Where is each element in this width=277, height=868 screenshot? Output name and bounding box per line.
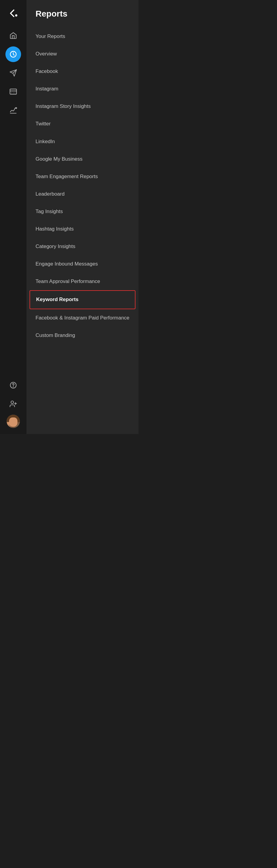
sidebar-item-inbox[interactable] — [5, 84, 21, 99]
nav-item-facebook-instagram-paid-performance[interactable]: Facebook & Instagram Paid Performance — [27, 309, 139, 327]
svg-rect-2 — [10, 89, 16, 94]
icon-sidebar — [0, 0, 27, 434]
nav-item-leaderboard[interactable]: Leaderboard — [27, 185, 139, 203]
svg-point-6 — [11, 401, 13, 404]
nav-item-overview[interactable]: Overview — [27, 45, 139, 63]
sidebar-item-reports[interactable] — [5, 46, 21, 62]
sidebar-icons-top — [5, 28, 21, 377]
nav-items-list: Your ReportsOverviewFacebookInstagramIns… — [27, 28, 139, 344]
nav-item-your-reports[interactable]: Your Reports — [27, 28, 139, 45]
nav-item-custom-branding[interactable]: Custom Branding — [27, 327, 139, 344]
nav-item-instagram-story-insights[interactable]: Instagram Story Insights — [27, 98, 139, 115]
nav-item-tag-insights[interactable]: Tag Insights — [27, 203, 139, 220]
sidebar-item-help[interactable] — [5, 377, 21, 393]
page-title: Reports — [27, 9, 139, 28]
nav-item-google-my-business[interactable]: Google My Business — [27, 150, 139, 168]
app-logo[interactable] — [6, 6, 21, 21]
nav-item-team-engagement-reports[interactable]: Team Engagement Reports — [27, 168, 139, 185]
sidebar-item-add-user[interactable] — [5, 396, 21, 412]
nav-item-engage-inbound-messages[interactable]: Engage Inbound Messages — [27, 255, 139, 273]
sidebar-icons-bottom — [5, 377, 21, 434]
nav-item-twitter[interactable]: Twitter — [27, 115, 139, 133]
nav-item-team-approval-performance[interactable]: Team Approval Performance — [27, 273, 139, 290]
nav-item-category-insights[interactable]: Category Insights — [27, 238, 139, 255]
sidebar-item-analytics[interactable] — [5, 102, 21, 118]
nav-item-instagram[interactable]: Instagram — [27, 80, 139, 98]
nav-menu: Reports Your ReportsOverviewFacebookInst… — [27, 0, 139, 434]
sidebar-item-home[interactable] — [5, 28, 21, 43]
sidebar-item-publish[interactable] — [5, 65, 21, 81]
nav-item-hashtag-insights[interactable]: Hashtag Insights — [27, 220, 139, 238]
svg-point-3 — [16, 107, 16, 108]
nav-item-linkedin[interactable]: LinkedIn — [27, 133, 139, 150]
nav-item-keyword-reports[interactable]: Keyword Reports — [30, 290, 136, 309]
user-avatar[interactable] — [7, 415, 20, 428]
nav-item-facebook[interactable]: Facebook — [27, 63, 139, 80]
svg-point-0 — [15, 14, 17, 17]
